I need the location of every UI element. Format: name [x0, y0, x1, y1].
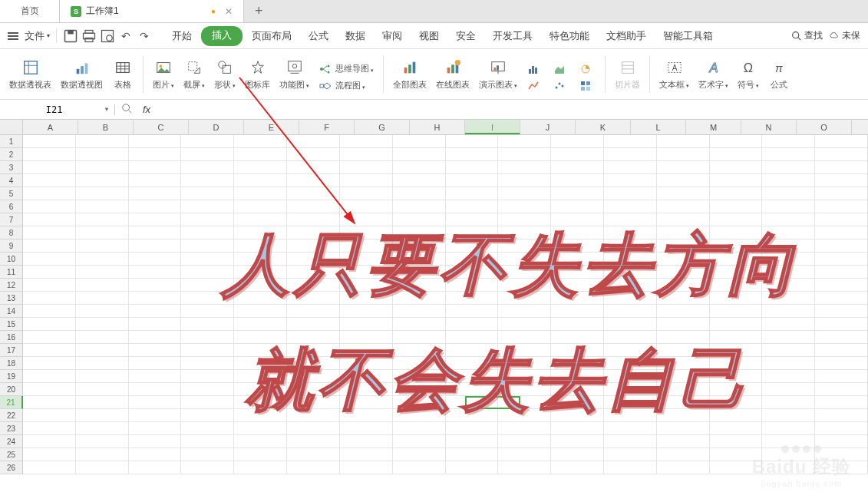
row-header[interactable]: 10 [0, 253, 23, 266]
screenshot-button[interactable]: 截屏 [179, 55, 210, 94]
tab-dev[interactable]: 开发工具 [485, 26, 540, 46]
chevron-down-icon[interactable]: ▼ [104, 106, 110, 113]
zoom-icon[interactable] [115, 103, 138, 117]
row-header[interactable]: 20 [0, 383, 23, 396]
print-icon[interactable] [81, 28, 97, 44]
row-header[interactable]: 13 [0, 292, 23, 305]
tab-dochelper[interactable]: 文档助手 [599, 26, 654, 46]
undo-icon[interactable]: ↶ [118, 28, 134, 44]
fx-label[interactable]: fx [138, 104, 155, 115]
col-header[interactable]: A [23, 120, 78, 134]
row-header[interactable]: 25 [0, 448, 23, 461]
col-header[interactable]: E [244, 120, 299, 134]
row-header[interactable]: 16 [0, 331, 23, 344]
sparkline-other-button[interactable] [574, 78, 600, 94]
sparkline-bar-button[interactable] [522, 61, 548, 77]
row-header[interactable]: 21 [0, 396, 23, 409]
sparkline-line-button[interactable] [522, 78, 548, 94]
redo-icon[interactable]: ↷ [137, 28, 152, 44]
picture-button[interactable]: 图片 [148, 55, 179, 94]
row-header[interactable]: 4 [0, 174, 23, 187]
tab-review[interactable]: 审阅 [375, 26, 410, 46]
tab-special[interactable]: 特色功能 [542, 26, 597, 46]
sparkline-area-button[interactable] [548, 61, 574, 77]
row-header[interactable]: 23 [0, 422, 23, 435]
row-header[interactable]: 9 [0, 239, 23, 253]
col-header[interactable]: F [299, 120, 355, 134]
print-preview-icon[interactable] [100, 28, 115, 44]
tab-workbook[interactable]: S 工作簿1 ● ✕ [60, 0, 244, 22]
select-all-corner[interactable] [0, 120, 23, 134]
save-icon[interactable] [63, 28, 78, 44]
textbox-button[interactable]: A文本框 [655, 55, 694, 94]
present-chart-button[interactable]: 演示图表 [474, 55, 522, 94]
tab-data[interactable]: 数据 [338, 26, 373, 46]
row-header[interactable]: 15 [0, 318, 23, 331]
tab-start[interactable]: 开始 [164, 26, 200, 46]
tab-home[interactable]: 首页 [0, 0, 60, 22]
col-header[interactable]: G [355, 120, 410, 134]
func-img-button[interactable]: 功能图 [275, 55, 314, 94]
col-header[interactable]: B [78, 120, 134, 134]
col-header[interactable]: H [410, 120, 465, 134]
close-tab-icon[interactable]: ✕ [225, 6, 233, 17]
tab-smart[interactable]: 智能工具箱 [655, 26, 721, 46]
row-header[interactable]: 17 [0, 344, 23, 357]
row-header[interactable]: 11 [0, 266, 23, 279]
row-header[interactable]: 18 [0, 357, 23, 370]
icon-lib-button[interactable]: 图标库 [240, 55, 275, 94]
tab-insert[interactable]: 插入 [201, 26, 243, 46]
col-header[interactable]: O [797, 120, 852, 134]
col-header[interactable]: C [134, 120, 189, 134]
row-header[interactable]: 1 [0, 135, 23, 148]
pivot-table-button[interactable]: 数据透视表 [5, 55, 56, 94]
row-header[interactable]: 8 [0, 226, 23, 239]
unsaved-indicator[interactable]: 未保 [829, 29, 860, 42]
search-button[interactable]: 查找 [791, 29, 823, 42]
wordart-line1[interactable]: 人只要不失去方向 [223, 220, 800, 311]
cells[interactable] [23, 135, 868, 487]
worksheet-grid[interactable]: A B C D E F G H I J K L M N O 1234567891… [0, 120, 868, 487]
sparkline-winloss-button[interactable] [574, 61, 600, 77]
symbol-button[interactable]: Ω符号 [733, 55, 764, 94]
row-header[interactable]: 7 [0, 213, 23, 226]
file-menu[interactable]: 文件 [25, 29, 50, 43]
shape-button[interactable]: 形状 [210, 55, 240, 94]
wordart-button[interactable]: A艺术字 [694, 55, 733, 94]
row-header[interactable]: 3 [0, 161, 23, 174]
mindmap-button[interactable]: 思维导图 [314, 61, 378, 77]
online-chart-button[interactable]: 在线图表 [431, 55, 474, 94]
svg-rect-46 [532, 66, 534, 74]
equation-button[interactable]: π公式 [764, 55, 794, 94]
row-header[interactable]: 2 [0, 148, 23, 161]
row-header[interactable]: 12 [0, 279, 23, 292]
row-header[interactable]: 19 [0, 370, 23, 383]
tab-formula[interactable]: 公式 [301, 26, 336, 46]
row-header[interactable]: 14 [0, 305, 23, 318]
row-header[interactable]: 6 [0, 200, 23, 213]
col-header-selected[interactable]: I [465, 120, 520, 134]
table-button[interactable]: 表格 [107, 55, 138, 94]
sparkline-scatter-button[interactable] [548, 78, 574, 94]
wordart-line2[interactable]: 就不会失去自己 [246, 335, 751, 426]
name-box[interactable]: ▼ [0, 104, 115, 115]
col-header[interactable]: K [576, 120, 631, 134]
tab-security[interactable]: 安全 [448, 26, 484, 46]
name-box-input[interactable] [5, 104, 104, 115]
tab-view[interactable]: 视图 [411, 26, 447, 46]
all-chart-button[interactable]: 全部图表 [388, 55, 431, 94]
col-header[interactable]: M [686, 120, 741, 134]
pivot-chart-button[interactable]: 数据透视图 [56, 55, 107, 94]
col-header[interactable]: D [189, 120, 244, 134]
col-header[interactable]: J [520, 120, 576, 134]
new-tab-button[interactable]: + [244, 0, 274, 22]
flowchart-button[interactable]: 流程图 [314, 78, 378, 94]
row-header[interactable]: 5 [0, 187, 23, 200]
row-header[interactable]: 24 [0, 435, 23, 448]
col-header[interactable]: L [631, 120, 686, 134]
tab-layout[interactable]: 页面布局 [244, 26, 299, 46]
row-header[interactable]: 26 [0, 461, 23, 474]
col-header[interactable]: N [741, 120, 797, 134]
hamburger-icon[interactable] [8, 32, 18, 40]
row-header[interactable]: 22 [0, 409, 23, 422]
